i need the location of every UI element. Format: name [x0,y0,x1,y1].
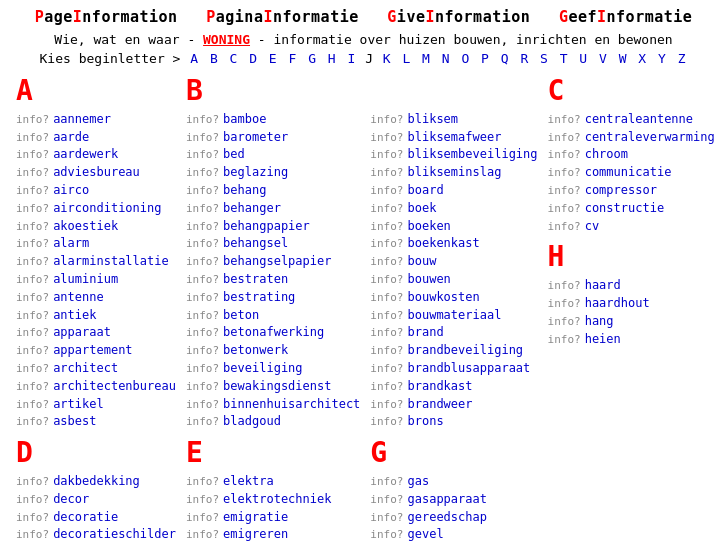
list-item: info?alarm [16,235,176,252]
section-A: A info?aannemer info?aarde info?aardewer… [16,76,176,544]
list-item: info?aardewerk [16,146,176,163]
list-item: info?bamboe [186,111,360,128]
list-item: info?betonwerk [186,342,360,359]
list-item: info?bladgoud [186,413,360,430]
letter-H: H [548,242,715,273]
list-item: info?gas [370,473,537,490]
list-item: info?asbest [16,413,176,430]
letter-B: B [186,76,360,107]
list-item: info?barometer [186,129,360,146]
list-item: info?bestraten [186,271,360,288]
alpha-C[interactable]: C [230,51,238,66]
list-item: info?bed [186,146,360,163]
list-item: info?alarminstallatie [16,253,176,270]
list-item: info?gasapparaat [370,491,537,508]
list-item: info?brandkast [370,378,537,395]
list-item: info?bestrating [186,289,360,306]
list-item: info?brons [370,413,537,430]
list-item: info?appartement [16,342,176,359]
list-item: info?aannemer [16,111,176,128]
list-item: info?chroom [548,146,715,163]
list-item: info?architectenbureau [16,378,176,395]
alpha-R[interactable]: R [520,51,528,66]
list-item: info?haard [548,277,715,294]
list-item: info?betonafwerking [186,324,360,341]
subtitle: Wie, wat en waar - WONING - informatie o… [16,32,711,47]
list-item: info?decoratieschilder [16,526,176,543]
alpha-Y[interactable]: Y [658,51,666,66]
list-item: info?brand [370,324,537,341]
list-item: info?cv [548,218,715,235]
list-item: info?bliksem [370,111,537,128]
alpha-Q[interactable]: Q [501,51,509,66]
list-item: info?blikseminslag [370,164,537,181]
list-item: info?behangselpapier [186,253,360,270]
alpha-N[interactable]: N [442,51,450,66]
list-item: info?centraleantenne [548,111,715,128]
list-item: info?elektra [186,473,360,490]
alpha-I[interactable]: I [347,51,355,66]
alpha-T[interactable]: T [560,51,568,66]
alpha-F[interactable]: F [289,51,297,66]
list-item: info?antiek [16,307,176,324]
list-item: info?bouwen [370,271,537,288]
list-item: info?emigratie [186,509,360,526]
list-item: info?brandblusapparaat [370,360,537,377]
letter-E: E [186,438,360,469]
alpha-G[interactable]: G [308,51,316,66]
alpha-S[interactable]: S [540,51,548,66]
alpha-V[interactable]: V [599,51,607,66]
list-item: info?constructie [548,200,715,217]
list-item: info?elektrotechniek [186,491,360,508]
list-item: info?hang [548,313,715,330]
section-C: C info?centraleantenne info?centraleverw… [548,76,715,544]
list-item: info?compressor [548,182,715,199]
title-word-2: PaginaInformatie [206,8,359,26]
alpha-J: J [365,51,373,66]
letter-A: A [16,76,176,107]
alpha-W[interactable]: W [619,51,627,66]
list-item: info?brandbeveiliging [370,342,537,359]
list-item: info?communicatie [548,164,715,181]
list-item: info?board [370,182,537,199]
list-item: info?bouwkosten [370,289,537,306]
section-bliksem: B info?bliksem info?bliksemafweer info?b… [370,76,537,544]
list-item: info?beton [186,307,360,324]
alphabet-row: Kies beginletter > A B C D E F G H I J K… [16,51,711,66]
page-title: PageInformation PaginaInformatie GiveInf… [16,8,711,26]
list-item: info?antenne [16,289,176,306]
alpha-A[interactable]: A [190,51,198,66]
list-item: info?decor [16,491,176,508]
title-word-1: PageInformation [35,8,178,26]
list-item: info?akoestiek [16,218,176,235]
alpha-Z[interactable]: Z [678,51,686,66]
list-item: info?dakbedekking [16,473,176,490]
alpha-B[interactable]: B [210,51,218,66]
alpha-P[interactable]: P [481,51,489,66]
list-item: info?boekenkast [370,235,537,252]
list-item: info?bliksembeveiliging [370,146,537,163]
alpha-L[interactable]: L [402,51,410,66]
list-item: info?architect [16,360,176,377]
list-item: info?aarde [16,129,176,146]
alpha-U[interactable]: U [579,51,587,66]
list-item: info?bouw [370,253,537,270]
alpha-K[interactable]: K [383,51,391,66]
list-item: info?beglazing [186,164,360,181]
list-item: info?bliksemafweer [370,129,537,146]
list-item: info?boeken [370,218,537,235]
list-item: info?behanger [186,200,360,217]
list-item: info?emigreren [186,526,360,543]
alpha-H[interactable]: H [328,51,336,66]
alpha-O[interactable]: O [461,51,469,66]
title-word-4: GeefInformatie [559,8,692,26]
title-word-3: GiveInformation [387,8,530,26]
letter-D: D [16,438,176,469]
list-item: info?airconditioning [16,200,176,217]
alpha-D[interactable]: D [249,51,257,66]
alpha-X[interactable]: X [638,51,646,66]
alpha-E[interactable]: E [269,51,277,66]
alpha-M[interactable]: M [422,51,430,66]
list-item: info?behangpapier [186,218,360,235]
letter-G: G [370,438,537,469]
